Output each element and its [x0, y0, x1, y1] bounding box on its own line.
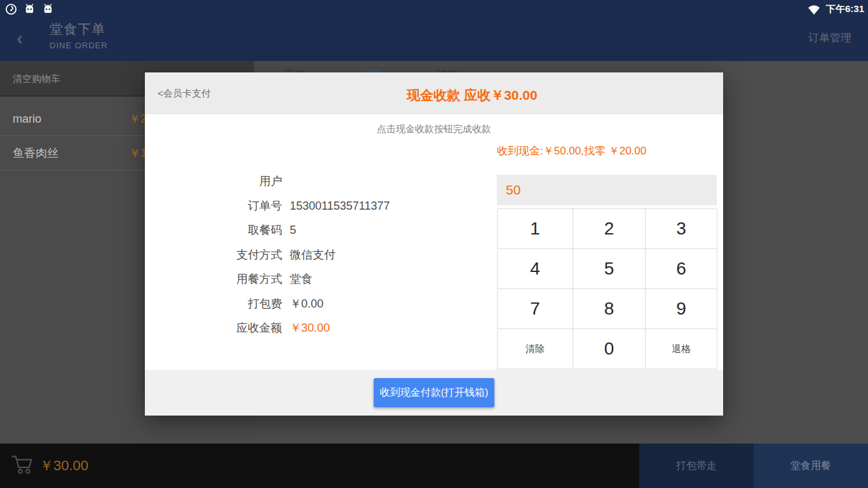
info-value: 微信支付 — [290, 243, 336, 268]
info-label: 用户 — [145, 169, 282, 194]
status-bar-left — [5, 0, 54, 18]
info-label: 用餐方式 — [145, 267, 282, 292]
dialog-instruction: 点击现金收款按钮完成收款 — [145, 123, 723, 135]
header-titles: 堂食下单 DINE ORDER — [50, 20, 108, 50]
info-row-pickup-code: 取餐码 5 — [145, 218, 390, 243]
pos-screen: 下午6:31 ‹ 堂食下单 DINE ORDER 订单管理 清空购物车 mari… — [0, 0, 868, 488]
keypad-backspace-button[interactable]: 退格 — [646, 329, 717, 369]
shopping-cart-icon — [10, 452, 37, 478]
keypad-key-0[interactable]: 0 — [573, 329, 646, 369]
info-value: 5 — [290, 218, 296, 243]
app-header: ‹ 堂食下单 DINE ORDER 订单管理 — [0, 18, 868, 61]
cart-item-price: ￥2 — [129, 102, 147, 136]
info-value: ￥0.00 — [290, 292, 323, 316]
order-manage-button[interactable]: 订单管理 — [808, 30, 851, 45]
keypad-key-8[interactable]: 8 — [573, 289, 646, 329]
takeout-button[interactable]: 打包带走 — [639, 444, 754, 488]
cart-item-price: ￥1 — [129, 136, 147, 170]
status-bar: 下午6:31 — [0, 0, 868, 18]
android-notification-icon — [42, 3, 54, 15]
member-card-pay-link[interactable]: <会员卡支付 — [158, 88, 211, 100]
dine-in-button[interactable]: 堂食用餐 — [754, 444, 868, 488]
keypad-key-9[interactable]: 9 — [646, 289, 717, 329]
keypad-key-4[interactable]: 4 — [498, 249, 573, 289]
info-row-pay-method: 支付方式 微信支付 — [145, 243, 390, 268]
keypad-key-3[interactable]: 3 — [646, 209, 717, 249]
info-value: 堂食 — [290, 267, 313, 292]
keypad-key-6[interactable]: 6 — [646, 249, 717, 289]
cart-total: ￥30.00 — [39, 444, 88, 488]
page-title: 堂食下单 — [50, 20, 108, 38]
keypad-key-7[interactable]: 7 — [498, 289, 573, 329]
keypad-clear-button[interactable]: 清除 — [498, 329, 573, 369]
received-change-summary: 收到现金:￥50.00,找零 ￥20.00 — [497, 144, 717, 159]
dialog-footer: 收到现金付款(打开钱箱) — [145, 370, 723, 416]
dialog-header: <会员卡支付 现金收款 应收￥30.00 — [145, 72, 723, 114]
keypad-key-2[interactable]: 2 — [573, 209, 646, 249]
info-value: 1530011535711377 — [290, 194, 390, 219]
cash-amount-input[interactable]: 50 — [497, 175, 717, 205]
keypad-key-1[interactable]: 1 — [498, 209, 573, 249]
info-label: 订单号 — [145, 194, 282, 219]
confirm-cash-payment-button[interactable]: 收到现金付款(打开钱箱) — [374, 378, 494, 407]
info-label: 应收金额 — [145, 316, 282, 341]
info-row-user: 用户 — [145, 169, 390, 194]
info-row-packing-fee: 打包费 ￥0.00 — [145, 292, 390, 316]
music-app-icon — [5, 3, 17, 15]
amount-due-value: ￥30.00 — [290, 316, 330, 341]
info-label: 支付方式 — [145, 243, 282, 268]
numeric-keypad: 1 2 3 4 5 6 7 8 9 清除 0 退格 — [497, 208, 717, 369]
android-notification-icon — [24, 3, 36, 15]
page-subtitle: DINE ORDER — [50, 41, 108, 50]
cash-entry-panel: 收到现金:￥50.00,找零 ￥20.00 50 1 2 3 4 5 6 7 8… — [497, 144, 717, 369]
info-row-order-no: 订单号 1530011535711377 — [145, 194, 390, 219]
info-label: 取餐码 — [145, 218, 282, 243]
cash-payment-dialog: <会员卡支付 现金收款 应收￥30.00 点击现金收款按钮完成收款 用户 订单号… — [145, 72, 723, 416]
cart-item-name: mario — [13, 102, 41, 136]
info-row-amount-due: 应收金额 ￥30.00 — [145, 316, 390, 341]
clock: 下午6:31 — [826, 3, 864, 15]
info-row-dining-mode: 用餐方式 堂食 — [145, 267, 390, 292]
keypad-key-5[interactable]: 5 — [573, 249, 646, 289]
info-label: 打包费 — [145, 292, 282, 316]
order-info: 用户 订单号 1530011535711377 取餐码 5 支付方式 微信支付 … — [145, 169, 390, 341]
bottom-bar: ￥30.00 打包带走 堂食用餐 — [0, 444, 868, 488]
status-bar-right: 下午6:31 — [807, 0, 864, 18]
wifi-icon — [807, 3, 821, 15]
dialog-title: 现金收款 应收￥30.00 — [221, 86, 723, 104]
back-chevron-icon[interactable]: ‹ — [17, 25, 23, 51]
cart-item-name: 鱼香肉丝 — [13, 136, 58, 170]
